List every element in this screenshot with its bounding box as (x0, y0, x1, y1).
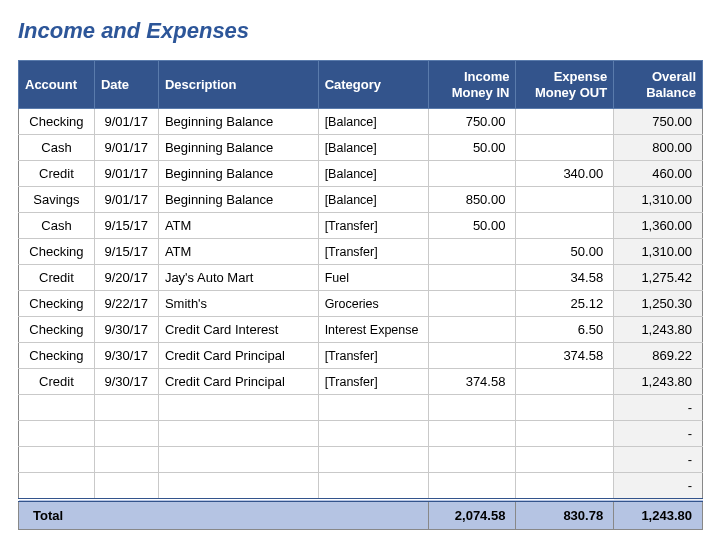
cell-income (428, 161, 516, 187)
cell-account: Checking (19, 109, 95, 135)
cell-category: [Transfer] (318, 369, 428, 395)
cell-expense: 34.58 (516, 265, 614, 291)
cell-category: [Balance] (318, 161, 428, 187)
cell-expense (516, 109, 614, 135)
ledger-table: Account Date Description Category Income… (18, 60, 703, 530)
cell-expense (516, 473, 614, 501)
cell-balance: 1,243.80 (614, 369, 703, 395)
col-description: Description (158, 61, 318, 109)
cell-account (19, 447, 95, 473)
cell-date (94, 395, 158, 421)
cell-income (428, 473, 516, 501)
col-expense: Expense Money OUT (516, 61, 614, 109)
cell-expense (516, 369, 614, 395)
cell-income (428, 447, 516, 473)
cell-category: Groceries (318, 291, 428, 317)
table-row: Checking9/30/17Credit Card Principal[Tra… (19, 343, 703, 369)
table-row: - (19, 473, 703, 501)
cell-income (428, 265, 516, 291)
table-row: Checking9/22/17Smith'sGroceries25.121,25… (19, 291, 703, 317)
cell-description (158, 447, 318, 473)
cell-income (428, 421, 516, 447)
cell-description: Smith's (158, 291, 318, 317)
cell-income (428, 317, 516, 343)
cell-description: Beginning Balance (158, 161, 318, 187)
cell-balance: 1,310.00 (614, 187, 703, 213)
cell-date: 9/22/17 (94, 291, 158, 317)
col-date: Date (94, 61, 158, 109)
cell-category: Fuel (318, 265, 428, 291)
total-expense: 830.78 (516, 500, 614, 530)
cell-description: Credit Card Principal (158, 343, 318, 369)
cell-account: Savings (19, 187, 95, 213)
cell-income (428, 395, 516, 421)
cell-income: 50.00 (428, 213, 516, 239)
cell-account: Checking (19, 317, 95, 343)
cell-description: ATM (158, 239, 318, 265)
table-row: Savings9/01/17Beginning Balance[Balance]… (19, 187, 703, 213)
cell-description: Beginning Balance (158, 109, 318, 135)
cell-account: Credit (19, 369, 95, 395)
cell-balance: - (614, 395, 703, 421)
cell-expense: 25.12 (516, 291, 614, 317)
cell-expense: 50.00 (516, 239, 614, 265)
cell-date: 9/15/17 (94, 239, 158, 265)
cell-account: Cash (19, 135, 95, 161)
cell-balance: 869.22 (614, 343, 703, 369)
cell-category (318, 421, 428, 447)
total-label: Total (19, 500, 429, 530)
total-row: Total 2,074.58 830.78 1,243.80 (19, 500, 703, 530)
table-row: Cash9/01/17Beginning Balance[Balance]50.… (19, 135, 703, 161)
cell-date: 9/01/17 (94, 135, 158, 161)
cell-balance: - (614, 421, 703, 447)
table-row: Checking9/15/17ATM[Transfer]50.001,310.0… (19, 239, 703, 265)
cell-expense (516, 447, 614, 473)
cell-account: Cash (19, 213, 95, 239)
cell-description (158, 473, 318, 501)
cell-description: Beginning Balance (158, 135, 318, 161)
cell-date: 9/30/17 (94, 343, 158, 369)
table-row: - (19, 447, 703, 473)
cell-income (428, 239, 516, 265)
table-row: - (19, 395, 703, 421)
header-row: Account Date Description Category Income… (19, 61, 703, 109)
cell-date: 9/01/17 (94, 109, 158, 135)
cell-description (158, 421, 318, 447)
cell-balance: - (614, 447, 703, 473)
col-balance: Overall Balance (614, 61, 703, 109)
cell-category: [Balance] (318, 187, 428, 213)
cell-category: [Transfer] (318, 213, 428, 239)
cell-description: Jay's Auto Mart (158, 265, 318, 291)
cell-description: Beginning Balance (158, 187, 318, 213)
cell-balance: 1,243.80 (614, 317, 703, 343)
cell-income: 750.00 (428, 109, 516, 135)
cell-description: Credit Card Interest (158, 317, 318, 343)
cell-category: [Transfer] (318, 239, 428, 265)
cell-date (94, 421, 158, 447)
cell-account (19, 421, 95, 447)
total-balance: 1,243.80 (614, 500, 703, 530)
cell-date: 9/15/17 (94, 213, 158, 239)
table-row: Checking9/01/17Beginning Balance[Balance… (19, 109, 703, 135)
col-category: Category (318, 61, 428, 109)
cell-category: [Balance] (318, 135, 428, 161)
cell-account (19, 395, 95, 421)
cell-income (428, 343, 516, 369)
cell-balance: 1,310.00 (614, 239, 703, 265)
cell-category: Interest Expense (318, 317, 428, 343)
total-income: 2,074.58 (428, 500, 516, 530)
cell-date: 9/30/17 (94, 369, 158, 395)
col-income: Income Money IN (428, 61, 516, 109)
cell-balance: - (614, 473, 703, 501)
cell-account: Checking (19, 291, 95, 317)
cell-account: Checking (19, 239, 95, 265)
cell-balance: 800.00 (614, 135, 703, 161)
cell-expense: 340.00 (516, 161, 614, 187)
cell-date (94, 447, 158, 473)
cell-category (318, 395, 428, 421)
cell-account: Credit (19, 161, 95, 187)
cell-account: Credit (19, 265, 95, 291)
table-row: - (19, 421, 703, 447)
table-row: Credit9/01/17Beginning Balance[Balance]3… (19, 161, 703, 187)
cell-balance: 750.00 (614, 109, 703, 135)
